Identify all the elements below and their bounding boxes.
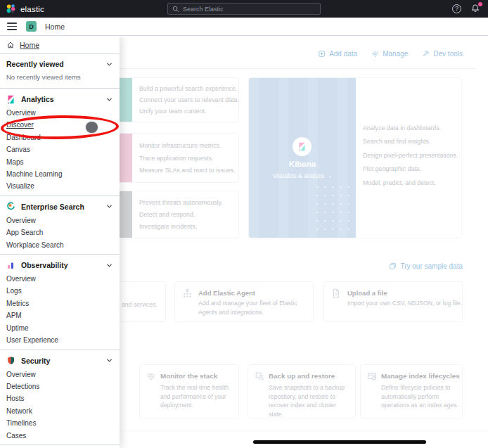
nav-section-label: Analytics [21,95,54,103]
nav-item-overview[interactable]: Overview [6,273,113,285]
nav-section-observability-header[interactable]: Observability [6,260,113,271]
search-input[interactable] [183,6,316,13]
app-root: elastic ? D Home Add data [0,0,488,448]
nav-item-visualize[interactable]: Visualize [6,180,113,192]
annotation-cursor-dot [86,122,98,133]
nav-item-canvas[interactable]: Canvas [6,143,113,155]
nav-section-analytics-header[interactable]: Analytics [6,94,113,105]
breadcrumb[interactable]: Home [45,23,65,31]
nav-item-network[interactable]: Network [6,405,113,417]
chevron-down-icon [105,60,113,68]
nav-item-metrics[interactable]: Metrics [6,297,113,309]
newsfeed-icon[interactable] [470,4,481,14]
search-icon [172,6,179,13]
nav-item-hosts[interactable]: Hosts [6,392,113,404]
global-header: elastic ? [0,0,488,18]
notification-dot [478,2,482,6]
elastic-logo[interactable]: elastic [6,4,44,14]
menu-icon[interactable] [7,23,17,30]
nav-item-cases[interactable]: Cases [6,430,113,442]
nav-item-apm[interactable]: APM [6,309,113,321]
nav-item-user-experience[interactable]: User Experience [6,334,113,346]
chevron-down-icon [105,203,113,210]
observability-icon [6,261,15,270]
nav-flyout: Home Recently viewed No recently viewed … [0,36,120,448]
nav-item-uptime[interactable]: Uptime [6,322,113,334]
help-icon[interactable]: ? [452,4,461,13]
nav-item-overview[interactable]: Overview [6,215,113,226]
security-shield-icon [6,356,15,365]
nav-home-label: Home [20,41,39,49]
nav-section-label: Enterprise Search [21,203,84,211]
nav-section-label: Security [21,357,50,365]
home-indicator-bar [253,440,426,444]
chevron-down-icon [105,262,113,269]
breadcrumb-bar: D Home [0,18,488,36]
nav-section-enterprise-search: Enterprise Search Overview App Search Wo… [0,196,120,255]
enterprise-search-icon [6,202,15,211]
nav-item-overview[interactable]: Overview [6,369,113,380]
nav-item-maps[interactable]: Maps [6,156,113,168]
nav-item-workplace-search[interactable]: Workplace Search [6,239,113,251]
recently-viewed-group: Recently viewed No recently viewed items [0,54,120,89]
nav-section-enterprise-search-header[interactable]: Enterprise Search [6,201,113,212]
nav-section-label: Observability [21,261,68,269]
nav-section-observability: Observability Overview Logs Metrics APM … [0,255,120,350]
nav-item-logs[interactable]: Logs [6,285,113,297]
nav-item-app-search[interactable]: App Search [6,226,113,238]
nav-item-home[interactable]: Home [0,36,120,54]
nav-section-analytics: Analytics Overview Discover Dashboard Ca… [0,89,120,196]
chevron-down-icon [105,357,113,364]
recently-viewed-label: Recently viewed [6,60,64,68]
nav-item-machine-learning[interactable]: Machine Learning [6,168,113,180]
elastic-logo-icon [6,4,16,14]
nav-item-detections[interactable]: Detections [6,380,113,392]
chevron-down-icon [105,96,113,103]
analytics-icon [6,95,15,104]
nav-section-security-header[interactable]: Security [6,355,113,366]
space-avatar[interactable]: D [26,21,37,32]
nav-section-security: Security Overview Detections Hosts Netwo… [0,350,120,445]
home-icon [6,41,15,49]
logo-text: elastic [20,5,44,13]
recently-viewed-header[interactable]: Recently viewed [6,60,113,68]
nav-item-timelines[interactable]: Timelines [6,417,113,429]
recently-viewed-empty: No recently viewed items [6,73,113,81]
global-search[interactable] [167,3,321,15]
header-right-icons: ? [452,4,481,14]
